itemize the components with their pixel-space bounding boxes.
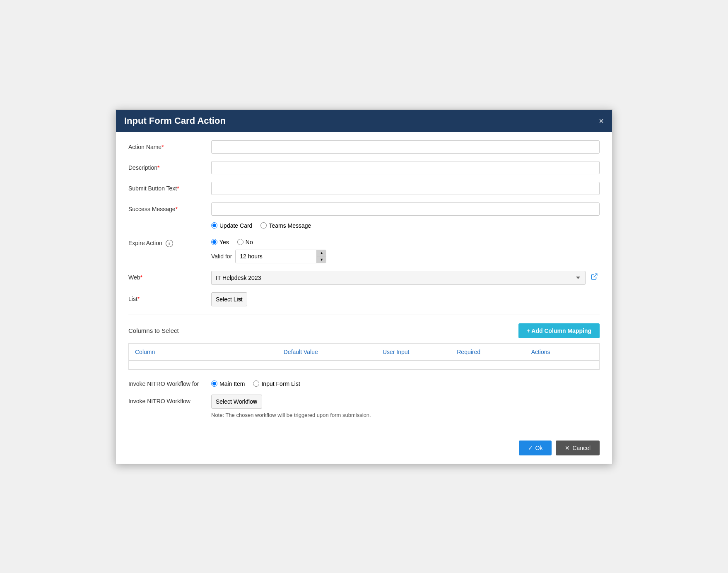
no-radio[interactable] xyxy=(237,239,243,245)
expire-radio-group: Yes No xyxy=(211,236,600,246)
list-select[interactable]: Select List xyxy=(211,292,247,306)
success-message-input[interactable] xyxy=(211,202,600,216)
table-body-empty xyxy=(129,361,599,369)
invoke-workflow-for-row: Invoke NITRO Workflow for Main Item Inpu… xyxy=(128,378,600,387)
expire-action-row: Expire Action i Yes No xyxy=(128,236,600,263)
column-header-required: Required xyxy=(451,344,525,360)
modal-body: Action Name* Description* Submit Button … xyxy=(116,132,612,434)
web-wrapper: IT Helpdesk 2023 xyxy=(211,271,600,285)
no-radio-label[interactable]: No xyxy=(237,239,253,246)
web-select-wrapper: IT Helpdesk 2023 xyxy=(211,271,600,285)
column-header-actions: Actions xyxy=(525,344,599,360)
valid-for-input[interactable] xyxy=(236,250,316,262)
valid-for-row: Valid for ▲ ▼ xyxy=(211,250,600,263)
list-wrapper: Select List xyxy=(211,292,600,306)
spinner-up-button[interactable]: ▲ xyxy=(317,250,326,257)
action-name-wrapper xyxy=(211,140,600,154)
columns-title: Columns to Select xyxy=(128,327,179,334)
action-name-label: Action Name* xyxy=(128,140,211,150)
workflow-select[interactable]: Select Workflow xyxy=(211,395,262,409)
cancel-label: Cancel xyxy=(572,445,591,451)
cancel-x-icon: ✕ xyxy=(565,445,570,451)
modal-close-button[interactable]: × xyxy=(599,117,604,125)
add-column-mapping-button[interactable]: + Add Column Mapping xyxy=(518,323,600,338)
valid-for-label: Valid for xyxy=(211,253,232,260)
column-header-column: Column xyxy=(129,344,277,360)
columns-table: Column Default Value User Input Required… xyxy=(128,343,600,370)
modal-footer: ✓ Ok ✕ Cancel xyxy=(116,434,612,464)
message-type-radio-group: Update Card Teams Message xyxy=(211,220,600,229)
description-label: Description* xyxy=(128,161,211,171)
success-message-wrapper: Update Card Teams Message xyxy=(211,202,600,229)
expire-action-info-icon: i xyxy=(166,240,173,247)
main-item-radio[interactable] xyxy=(211,380,217,387)
column-header-user-input: User Input xyxy=(376,344,451,360)
action-name-input[interactable] xyxy=(211,140,600,154)
submit-button-text-label: Submit Button Text* xyxy=(128,182,211,192)
cancel-button[interactable]: ✕ Cancel xyxy=(556,441,600,455)
teams-message-radio-label[interactable]: Teams Message xyxy=(260,222,311,229)
success-message-label: Success Message* xyxy=(128,202,211,212)
ok-check-icon: ✓ xyxy=(528,445,533,451)
ok-button[interactable]: ✓ Ok xyxy=(519,441,552,455)
workflow-note: Note: The chosen workflow will be trigge… xyxy=(211,412,600,418)
web-label: Web* xyxy=(128,271,211,281)
section-divider xyxy=(128,315,600,315)
web-select[interactable]: IT Helpdesk 2023 xyxy=(211,271,586,285)
web-row: Web* IT Helpdesk 2023 xyxy=(128,271,600,285)
expire-action-label: Expire Action i xyxy=(128,236,211,247)
invoke-workflow-row: Invoke NITRO Workflow Select Workflow No… xyxy=(128,395,600,418)
input-form-list-radio[interactable] xyxy=(253,380,259,387)
success-message-row: Success Message* Update Card Teams Messa… xyxy=(128,202,600,229)
description-row: Description* xyxy=(128,161,600,174)
list-label: List* xyxy=(128,292,211,302)
modal-container: Input Form Card Action × Action Name* De… xyxy=(116,109,612,464)
ok-label: Ok xyxy=(535,445,543,451)
teams-message-radio[interactable] xyxy=(260,222,267,229)
modal-title: Input Form Card Action xyxy=(124,116,226,126)
expire-action-wrapper: Yes No Valid for ▲ ▼ xyxy=(211,236,600,263)
expire-section: Yes No Valid for ▲ ▼ xyxy=(211,236,600,263)
yes-radio[interactable] xyxy=(211,239,217,245)
list-row: List* Select List xyxy=(128,292,600,306)
columns-section: Columns to Select + Add Column Mapping C… xyxy=(128,323,600,370)
update-card-radio[interactable] xyxy=(211,222,217,229)
column-header-default-value: Default Value xyxy=(277,344,376,360)
yes-radio-label[interactable]: Yes xyxy=(211,239,229,246)
submit-button-text-wrapper xyxy=(211,182,600,195)
spinner-down-button[interactable]: ▼ xyxy=(317,257,326,263)
modal-header: Input Form Card Action × xyxy=(116,110,612,132)
invoke-workflow-wrapper: Select Workflow Note: The chosen workflo… xyxy=(211,395,600,418)
invoke-radio-group: Main Item Input Form List xyxy=(211,378,600,387)
spinner-buttons: ▲ ▼ xyxy=(316,250,326,263)
action-name-row: Action Name* xyxy=(128,140,600,154)
invoke-workflow-for-wrapper: Main Item Input Form List xyxy=(211,378,600,387)
web-external-link-button[interactable] xyxy=(589,271,600,284)
submit-button-text-input[interactable] xyxy=(211,182,600,195)
update-card-radio-label[interactable]: Update Card xyxy=(211,222,252,229)
columns-header: Columns to Select + Add Column Mapping xyxy=(128,323,600,338)
invoke-workflow-label: Invoke NITRO Workflow xyxy=(128,395,211,404)
description-wrapper xyxy=(211,161,600,174)
table-header: Column Default Value User Input Required… xyxy=(129,344,599,361)
invoke-workflow-for-label: Invoke NITRO Workflow for xyxy=(128,378,211,387)
submit-button-text-row: Submit Button Text* xyxy=(128,182,600,195)
valid-for-spinner: ▲ ▼ xyxy=(235,250,326,263)
svg-line-0 xyxy=(594,274,597,277)
description-input[interactable] xyxy=(211,161,600,174)
main-item-radio-label[interactable]: Main Item xyxy=(211,380,245,387)
input-form-list-radio-label[interactable]: Input Form List xyxy=(253,380,300,387)
